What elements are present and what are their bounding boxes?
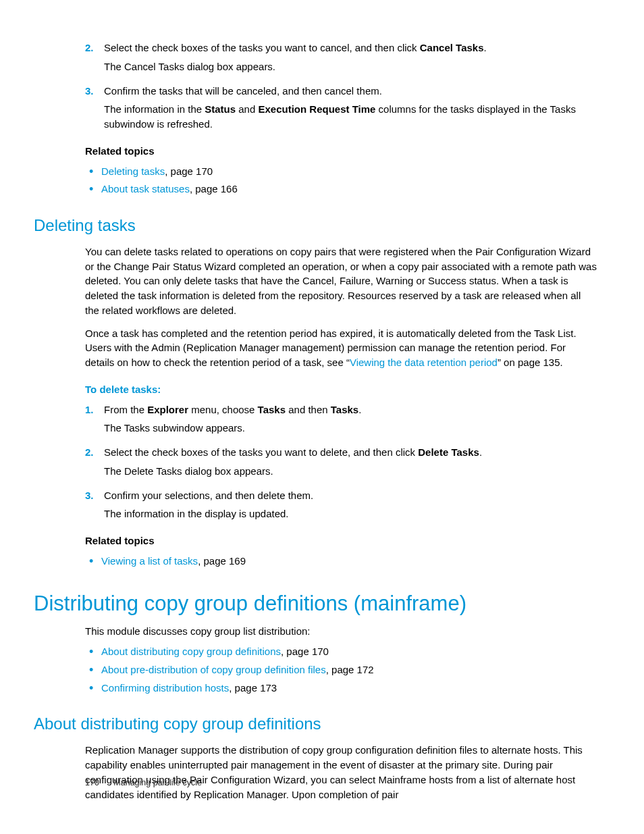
step-text: Confirm your selections, and then delete… <box>104 488 597 503</box>
step-number: 1. <box>85 402 104 417</box>
related-topics-list: Deleting tasks, page 170 About task stat… <box>101 164 597 197</box>
list-item: About pre-distribution of copy group def… <box>101 662 597 677</box>
footer-title: Managing pair life cycle <box>113 778 202 787</box>
page-number: 170 <box>85 778 99 787</box>
link-about-task-statuses[interactable]: About task statuses <box>101 183 190 194</box>
paragraph: Once a task has completed and the retent… <box>85 326 597 370</box>
list-item: Viewing a list of tasks, page 169 <box>101 554 597 569</box>
heading-deleting-tasks: Deleting tasks <box>34 214 610 238</box>
related-topics-list: Viewing a list of tasks, page 169 <box>101 554 597 569</box>
paragraph: Replication Manager supports the distrib… <box>85 743 597 802</box>
step-text: From the Explorer menu, choose Tasks and… <box>104 402 597 417</box>
step-substep: The information in the display is update… <box>104 506 597 521</box>
procedure-heading: To delete tasks: <box>85 382 610 397</box>
link-confirming-distribution-hosts[interactable]: Confirming distribution hosts <box>101 682 229 694</box>
list-item: Confirming distribution hosts, page 173 <box>101 681 597 696</box>
step-text: Confirm the tasks that will be canceled,… <box>104 84 597 99</box>
list-item: About task statuses, page 166 <box>101 182 597 197</box>
ordered-step: 3. Confirm the tasks that will be cancel… <box>34 84 610 99</box>
step-substep: The information in the Status and Execut… <box>104 102 597 132</box>
paragraph: You can delete tasks related to operatio… <box>85 244 597 318</box>
step-substep: The Cancel Tasks dialog box appears. <box>104 59 597 74</box>
link-viewing-list-of-tasks[interactable]: Viewing a list of tasks <box>101 555 198 567</box>
topic-list: About distributing copy group definition… <box>101 644 597 695</box>
related-topics-heading: Related topics <box>85 533 610 548</box>
link-deleting-tasks[interactable]: Deleting tasks <box>101 165 165 177</box>
step-number: 3. <box>85 84 104 99</box>
step-text: Select the check boxes of the tasks you … <box>104 41 597 55</box>
ordered-step: 3. Confirm your selections, and then del… <box>34 488 610 503</box>
ordered-step: 1. From the Explorer menu, choose Tasks … <box>34 402 610 417</box>
paragraph: This module discusses copy group list di… <box>85 624 597 639</box>
link-viewing-data-retention-period[interactable]: Viewing the data retention period <box>350 357 498 368</box>
list-item: Deleting tasks, page 170 <box>101 164 597 179</box>
step-substep: The Tasks subwindow appears. <box>104 421 597 436</box>
related-topics-heading: Related topics <box>85 144 610 159</box>
step-number: 2. <box>85 41 104 55</box>
list-item: About distributing copy group definition… <box>101 644 597 659</box>
heading-about-distributing: About distributing copy group definition… <box>34 712 610 736</box>
step-number: 2. <box>85 445 104 460</box>
ordered-step: 2. Select the check boxes of the tasks y… <box>34 445 610 460</box>
link-about-distributing-copy-group-definitions[interactable]: About distributing copy group definition… <box>101 646 281 657</box>
ordered-step: 2. Select the check boxes of the tasks y… <box>34 41 610 55</box>
step-number: 3. <box>85 488 104 503</box>
page-footer: 170 Managing pair life cycle <box>85 777 202 789</box>
link-about-pre-distribution[interactable]: About pre-distribution of copy group def… <box>101 664 326 675</box>
step-text: Select the check boxes of the tasks you … <box>104 445 597 460</box>
step-substep: The Delete Tasks dialog box appears. <box>104 464 597 479</box>
heading-distributing-copy-group-definitions: Distributing copy group definitions (mai… <box>34 589 610 619</box>
